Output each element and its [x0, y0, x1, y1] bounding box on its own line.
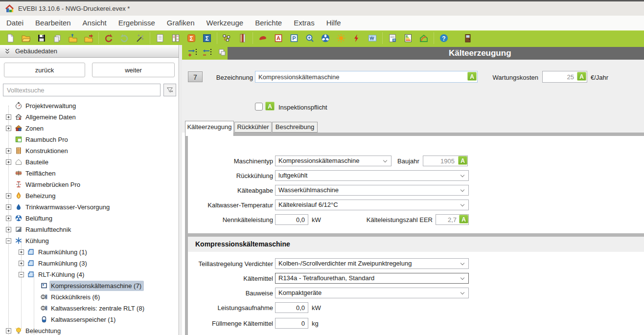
tree-expander[interactable] [6, 126, 11, 131]
tree-item-trinkwarmwasser[interactable]: Trinkwarmwasser-Versorgung [24, 202, 112, 212]
tree-expander[interactable] [19, 261, 24, 266]
tree-item-rueckkuehlkreis[interactable]: Rückkühlkreis (6) [49, 292, 102, 302]
tree-expander[interactable] [6, 148, 11, 154]
tree-expander[interactable] [6, 216, 11, 221]
redo-button[interactable] [119, 32, 130, 45]
tree-item-projektverwaltung[interactable]: Projektverwaltung [24, 101, 78, 111]
bezeichnung-input[interactable] [255, 71, 478, 83]
menu-item-werkzeuge[interactable]: Werkzeuge [201, 16, 250, 30]
tab-rueckkuehler[interactable]: Rückkühler [234, 122, 272, 133]
project-tree-button[interactable] [222, 32, 232, 45]
assign-add-button[interactable] [187, 46, 198, 59]
sum-blue-button[interactable]: Σ [202, 32, 212, 45]
menu-item-grafiken[interactable]: Grafiken [161, 16, 201, 30]
a-document-button[interactable]: A [273, 32, 284, 45]
new-file-button[interactable] [5, 32, 16, 45]
back-button[interactable]: zurück [4, 63, 85, 77]
menu-item-ergebnisse[interactable]: Ergebnisse [113, 16, 161, 30]
tab-kaelteerzeugung[interactable]: Kälteerzeugung [185, 121, 234, 136]
menu-item-berichte[interactable]: Berichte [249, 16, 288, 30]
duplicate-record-button[interactable] [216, 46, 227, 59]
inspektionspflicht-checkbox[interactable] [255, 103, 263, 111]
tree-expander[interactable] [6, 114, 11, 120]
tree-item-kompressionskaeltemaschine[interactable]: Kompressionskältemaschine (7) [49, 281, 144, 291]
next-button[interactable]: weiter [92, 63, 175, 77]
menu-item-datei[interactable]: Datei [0, 16, 29, 30]
a-badge-button[interactable]: A [459, 215, 468, 223]
sum-orange-button[interactable]: Σ [186, 32, 197, 45]
tree-item-belueftung[interactable]: Belüftung [24, 213, 55, 223]
tree-expander[interactable] [6, 328, 11, 334]
menu-item-extras[interactable]: Extras [288, 16, 321, 30]
tree-item-teilflaechen[interactable]: Teilflächen [24, 168, 58, 179]
kaeltemittel-select[interactable]: R134a - Tetraflourethan, Standard [275, 273, 469, 284]
tree-item-allgemeine-daten[interactable]: Allgemeine Daten [24, 112, 78, 122]
a-badge-button[interactable]: A [265, 102, 275, 111]
tree-item-beheizung[interactable]: Beheizung [24, 191, 58, 201]
menu-item-bearbeiten[interactable]: Bearbeiten [29, 16, 77, 30]
menu-item-hilfe[interactable]: Hilfe [321, 16, 347, 30]
menu-item-ansicht[interactable]: Ansicht [77, 16, 113, 30]
bauweise-select[interactable]: Kompaktgeräte [275, 288, 469, 298]
p-document-button[interactable]: P [289, 32, 299, 45]
tree-expander[interactable] [6, 204, 11, 210]
tree-item-raumbuch-pro[interactable]: Raumbuch Pro [24, 134, 70, 145]
help-button[interactable]: ? [438, 32, 449, 45]
assign-remove-button[interactable] [202, 46, 212, 59]
nennkaelteleistung-input[interactable] [275, 214, 308, 225]
magic-wand-button[interactable] [135, 32, 145, 45]
filter-button[interactable] [163, 84, 176, 96]
kaltwasser-temperatur-select[interactable]: Kältekreislauf 6/12°C [275, 200, 469, 210]
tab-beschreibung[interactable]: Beschreibung [272, 122, 318, 133]
tree-item-kuehlung[interactable]: Kühlung [24, 236, 51, 246]
sun-button[interactable] [336, 32, 346, 45]
rueckkuehlung-select[interactable]: luftgekühlt [275, 170, 469, 181]
teillastregelung-select[interactable]: Kolben-/Scrollverdichter mit Zweipunktre… [275, 258, 469, 269]
tree-row: Kaltwasserkreis: zentrale RLT (8) [0, 303, 179, 314]
tree-expander[interactable] [6, 227, 11, 232]
tree-item-raumkuehlung-1[interactable]: Raumkühlung (1) [37, 247, 90, 257]
report-document-button[interactable] [387, 32, 398, 45]
energy-label-button[interactable] [403, 32, 414, 45]
tree-item-kaltwasserspeicher[interactable]: Kaltwasserspeicher (1) [49, 314, 118, 325]
document-button[interactable] [155, 32, 165, 45]
electricity-button[interactable] [351, 32, 362, 45]
tree-item-kaltwasserkreis[interactable]: Kaltwasserkreis: zentrale RLT (8) [49, 303, 147, 313]
tree-expander[interactable] [6, 159, 11, 165]
vbs-button[interactable] [367, 32, 378, 45]
leistungsaufnahme-input[interactable] [275, 302, 308, 313]
undo-button[interactable] [103, 32, 114, 45]
exit-door-button[interactable] [462, 32, 473, 45]
copy-button[interactable] [52, 32, 63, 45]
tree-item-rlt-kuehlung[interactable]: RLT-Kühlung (4) [37, 269, 87, 280]
fulltext-search-input[interactable] [3, 84, 161, 96]
zoom-in-button[interactable] [304, 32, 315, 45]
tree-expander[interactable] [6, 193, 11, 199]
tree-item-waermebruecken-pro[interactable]: Wärmebrücken Pro [24, 179, 83, 190]
collapse-chevron-icon[interactable] [4, 47, 11, 55]
tree-expander[interactable] [6, 238, 11, 244]
enev-house-button[interactable] [418, 32, 429, 45]
save-button[interactable] [36, 32, 47, 45]
tree-expander[interactable] [19, 249, 24, 255]
compare-documents-button[interactable] [170, 32, 181, 45]
fan-button[interactable] [320, 32, 331, 45]
kaelteabgabe-select[interactable]: Wasserkühlmaschine [275, 185, 469, 196]
roof-button[interactable] [257, 32, 268, 45]
import-folder-button[interactable] [68, 32, 78, 45]
wall-layers-button[interactable] [237, 32, 248, 45]
tree-item-raumlufttechnik[interactable]: Raumlufttechnik [24, 224, 73, 235]
maschinentyp-select[interactable]: Kompressionskältemaschine [275, 156, 391, 166]
open-folder-button[interactable] [21, 32, 31, 45]
a-badge-button[interactable]: A [467, 72, 477, 81]
a-badge-button[interactable]: A [458, 156, 467, 165]
tree-item-beleuchtung[interactable]: Beleuchtung [24, 326, 63, 335]
tree-item-raumkuehlung-3[interactable]: Raumkühlung (3) [37, 258, 90, 268]
a-badge-button[interactable]: A [577, 72, 586, 81]
tree-expander[interactable] [19, 272, 24, 277]
export-folder-button[interactable] [83, 32, 94, 45]
tree-item-bauteile[interactable]: Bauteile [24, 157, 51, 167]
tree-item-konstruktionen[interactable]: Konstruktionen [24, 146, 70, 156]
tree-item-zonen[interactable]: Zonen [24, 123, 46, 134]
fuellmenge-input[interactable] [275, 318, 308, 329]
